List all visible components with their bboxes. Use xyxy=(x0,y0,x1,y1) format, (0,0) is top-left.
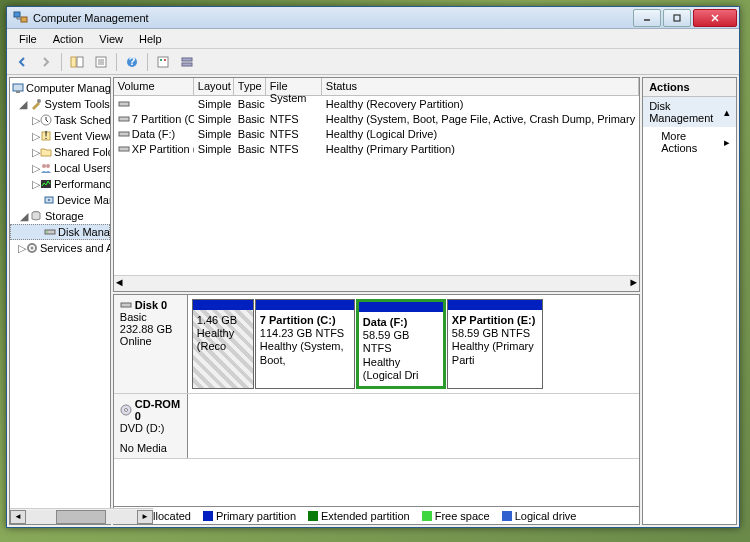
tree-performance[interactable]: ▷Performance xyxy=(10,176,110,192)
menu-file[interactable]: File xyxy=(11,31,45,47)
show-hide-tree-button[interactable] xyxy=(66,51,88,73)
tree-task-scheduler[interactable]: ▷Task Scheduler xyxy=(10,112,110,128)
menu-view[interactable]: View xyxy=(91,31,131,47)
event-icon: ! xyxy=(40,129,52,143)
settings-button[interactable] xyxy=(152,51,174,73)
expand-icon[interactable]: ▷ xyxy=(18,242,26,255)
disk-0-row[interactable]: Disk 0 Basic 232.88 GB Online 1.46 GBHea… xyxy=(114,295,639,394)
volume-name: 7 Partition (C:) xyxy=(132,113,194,125)
tree-shared-folders[interactable]: ▷Shared Folders xyxy=(10,144,110,160)
svg-rect-33 xyxy=(119,102,129,106)
legend: Unallocated Primary partition Extended p… xyxy=(114,506,639,524)
volume-name: XP Partition (E:) xyxy=(132,143,194,155)
tree-disk-management[interactable]: Disk Management xyxy=(10,224,110,240)
volume-row[interactable]: 7 Partition (C:)SimpleBasicNTFSHealthy (… xyxy=(114,111,639,126)
scroll-thumb[interactable] xyxy=(56,510,106,524)
expand-icon[interactable]: ▷ xyxy=(32,178,40,191)
col-fs[interactable]: File System xyxy=(266,78,322,95)
forward-button[interactable] xyxy=(35,51,57,73)
tools-icon xyxy=(29,97,43,111)
volume-row[interactable]: XP Partition (E:)SimpleBasicNTFSHealthy … xyxy=(114,141,639,156)
collapse-icon[interactable]: ◢ xyxy=(18,210,29,223)
tree-system-tools[interactable]: ◢System Tools xyxy=(10,96,110,112)
navigation-tree[interactable]: Computer Management (Local ◢System Tools… xyxy=(9,77,111,525)
svg-rect-16 xyxy=(182,63,192,66)
actions-panel: Actions Disk Management▴ More Actions▸ xyxy=(642,77,737,525)
svg-point-24 xyxy=(46,164,50,168)
svg-rect-36 xyxy=(119,147,129,151)
svg-point-30 xyxy=(46,231,47,232)
col-status[interactable]: Status xyxy=(322,78,639,95)
tree-local-users[interactable]: ▷Local Users and Groups xyxy=(10,160,110,176)
collapse-icon: ▴ xyxy=(724,106,730,119)
svg-rect-18 xyxy=(16,91,20,93)
volume-icon xyxy=(118,99,130,109)
expand-icon[interactable]: ▷ xyxy=(32,130,40,143)
actions-disk-management[interactable]: Disk Management▴ xyxy=(643,97,736,127)
tree-services[interactable]: ▷Services and Applications xyxy=(10,240,110,256)
cdrom-info[interactable]: CD-ROM 0 DVD (D:) No Media xyxy=(114,394,188,458)
svg-point-23 xyxy=(42,164,46,168)
partition-c[interactable]: 7 Partition (C:)114.23 GB NTFSHealthy (S… xyxy=(255,299,355,389)
scroll-left-icon[interactable]: ◄ xyxy=(10,510,26,524)
col-volume[interactable]: Volume xyxy=(114,78,194,95)
help-button[interactable]: ? xyxy=(121,51,143,73)
partition-e[interactable]: XP Partition (E:)58.59 GB NTFSHealthy (P… xyxy=(447,299,543,389)
tree-event-viewer[interactable]: ▷!Event Viewer xyxy=(10,128,110,144)
svg-rect-15 xyxy=(182,58,192,61)
col-type[interactable]: Type xyxy=(234,78,266,95)
collapse-icon[interactable]: ◢ xyxy=(18,98,29,111)
svg-rect-17 xyxy=(13,84,23,91)
expand-icon[interactable]: ▷ xyxy=(32,146,40,159)
list-button[interactable] xyxy=(176,51,198,73)
svg-rect-14 xyxy=(164,59,166,61)
toolbar-separator xyxy=(147,53,148,71)
menu-action[interactable]: Action xyxy=(45,31,92,47)
cdrom-icon xyxy=(120,404,132,416)
svg-rect-35 xyxy=(119,132,129,136)
volume-row[interactable]: Data (F:)SimpleBasicNTFSHealthy (Logical… xyxy=(114,126,639,141)
menubar: File Action View Help xyxy=(7,29,739,49)
partition-recovery[interactable]: 1.46 GBHealthy (Reco xyxy=(192,299,254,389)
tree-root[interactable]: Computer Management (Local xyxy=(10,80,110,96)
properties-button[interactable] xyxy=(90,51,112,73)
expand-icon[interactable]: ▷ xyxy=(32,162,40,175)
services-icon xyxy=(26,241,38,255)
svg-rect-12 xyxy=(158,57,168,67)
scroll-right-icon[interactable]: ► xyxy=(628,276,639,291)
svg-rect-13 xyxy=(160,59,162,61)
legend-extended-icon xyxy=(308,511,318,521)
menu-help[interactable]: Help xyxy=(131,31,170,47)
close-button[interactable] xyxy=(693,9,737,27)
maximize-button[interactable] xyxy=(663,9,691,27)
volume-row[interactable]: SimpleBasicHealthy (Recovery Partition) xyxy=(114,96,639,111)
volume-icon xyxy=(118,114,130,124)
partition-f[interactable]: Data (F:)58.59 GB NTFSHealthy (Logical D… xyxy=(356,299,446,389)
tree-scrollbar[interactable]: ◄ ► xyxy=(10,508,111,524)
back-button[interactable] xyxy=(11,51,33,73)
svg-point-19 xyxy=(37,99,41,103)
volume-icon xyxy=(118,144,130,154)
perf-icon xyxy=(40,177,52,191)
titlebar[interactable]: Computer Management xyxy=(7,7,739,29)
volume-icon xyxy=(118,129,130,139)
clock-icon xyxy=(40,113,52,127)
scroll-left-icon[interactable]: ◄ xyxy=(114,276,125,291)
cdrom-row[interactable]: CD-ROM 0 DVD (D:) No Media xyxy=(114,394,639,459)
tree-storage[interactable]: ◢Storage xyxy=(10,208,110,224)
volume-name: Data (F:) xyxy=(132,128,175,140)
disk-icon xyxy=(120,299,132,311)
tree-device-manager[interactable]: Device Manager xyxy=(10,192,110,208)
col-layout[interactable]: Layout xyxy=(194,78,234,95)
actions-more[interactable]: More Actions▸ xyxy=(643,127,736,157)
device-icon xyxy=(43,193,55,207)
disk-0-info[interactable]: Disk 0 Basic 232.88 GB Online xyxy=(114,295,188,393)
volume-scrollbar[interactable]: ◄ ► xyxy=(114,275,639,291)
expand-icon[interactable]: ▷ xyxy=(32,114,40,127)
actions-header: Actions xyxy=(643,78,736,97)
minimize-button[interactable] xyxy=(633,9,661,27)
volume-list[interactable]: Volume Layout Type File System Status Si… xyxy=(113,77,640,292)
svg-text:?: ? xyxy=(129,55,136,67)
legend-primary-icon xyxy=(203,511,213,521)
window-title: Computer Management xyxy=(33,12,631,24)
